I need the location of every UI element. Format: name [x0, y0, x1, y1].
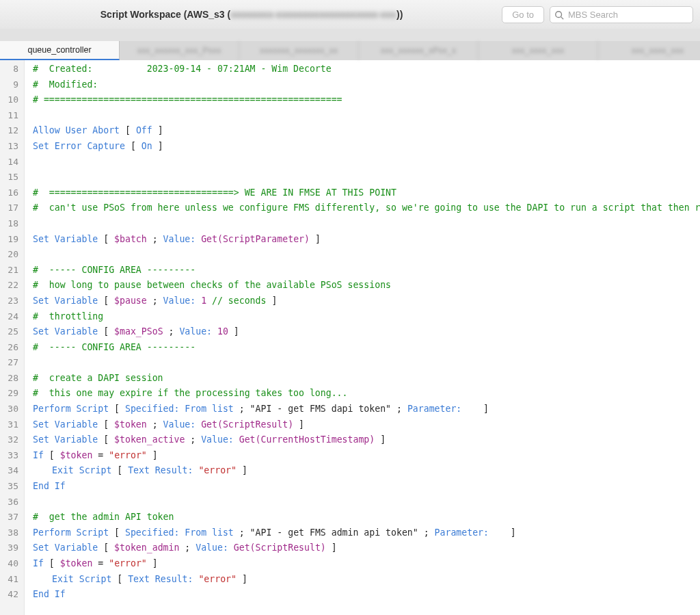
line-number: 35: [0, 479, 24, 495]
code-line[interactable]: # ----- CONFIG AREA ---------: [33, 263, 700, 278]
line-number: 21: [0, 263, 24, 278]
line-number: 31: [0, 417, 24, 433]
toolbar: Script Workspace (AWS_s3 (xxxxxxxx-xxxxx…: [0, 0, 700, 29]
line-number: 28: [0, 371, 24, 387]
code-line[interactable]: Set Variable [ $batch ; Value: Get(Scrip…: [33, 232, 700, 248]
code-line[interactable]: Set Variable [ $token ; Value: Get(Scrip…: [33, 417, 700, 433]
code-line[interactable]: Perform Script [ Specified: From list ; …: [33, 525, 700, 541]
code-line[interactable]: End If: [33, 587, 700, 603]
line-number: 15: [0, 170, 24, 185]
line-number: 36: [0, 495, 24, 510]
line-number: 18: [0, 216, 24, 232]
code-line[interactable]: # get the admin API token: [33, 510, 700, 525]
line-number: 22: [0, 278, 24, 293]
line-number: 10: [0, 92, 24, 108]
code-line[interactable]: Perform Script [ Specified: From list ; …: [33, 402, 700, 417]
code-line[interactable]: Set Variable [ $token_admin ; Value: Get…: [33, 540, 700, 556]
line-number: 27: [0, 355, 24, 371]
line-number: 11: [0, 108, 24, 124]
code-line[interactable]: # Modified:: [33, 77, 700, 93]
line-number: 12: [0, 123, 24, 139]
code-line[interactable]: [33, 247, 700, 263]
line-number: 37: [0, 510, 24, 525]
tab-inactive[interactable]: xxx_xxxx_xxx: [598, 41, 700, 60]
tab-inactive[interactable]: xxx_xxxxxx_xPxx_x: [359, 41, 479, 60]
code-line[interactable]: Allow User Abort [ Off ]: [33, 123, 700, 139]
code-line[interactable]: [33, 495, 700, 510]
line-number: 32: [0, 432, 24, 448]
code-line[interactable]: If [ $token = "error" ]: [33, 556, 700, 572]
line-number: 13: [0, 139, 24, 155]
code-line[interactable]: # ----- CONFIG AREA ---------: [33, 340, 700, 356]
code-line[interactable]: [33, 355, 700, 371]
tab-inactive[interactable]: xxx_xxxxxx_xxx_Pxxx: [120, 41, 239, 60]
line-number: 33: [0, 448, 24, 464]
svg-point-0: [556, 11, 562, 17]
line-number: 30: [0, 402, 24, 417]
line-number: 40: [0, 556, 24, 572]
line-number: 42: [0, 587, 24, 603]
line-number: 34: [0, 463, 24, 479]
tab-active[interactable]: queue_controller: [0, 41, 120, 60]
line-number: 23: [0, 293, 24, 309]
code-line[interactable]: [33, 108, 700, 124]
search-input[interactable]: [550, 6, 693, 23]
svg-line-1: [561, 16, 564, 19]
code-line[interactable]: Set Variable [ $max_PSoS ; Value: 10 ]: [33, 324, 700, 340]
line-number: 26: [0, 340, 24, 356]
line-number: 41: [0, 572, 24, 588]
window-title: Script Workspace (AWS_s3 (xxxxxxxx-xxxxx…: [7, 9, 496, 20]
code-line[interactable]: # ======================================…: [33, 92, 700, 108]
line-number: 9: [0, 77, 24, 93]
code-line[interactable]: Exit Script [ Text Result: "error" ]: [33, 572, 700, 588]
toolbar-gap: [0, 29, 700, 41]
line-number: 17: [0, 200, 24, 216]
line-number: 8: [0, 62, 24, 77]
line-number: 39: [0, 540, 24, 556]
code-line[interactable]: # ==================================> WE…: [33, 185, 700, 201]
tab-inactive[interactable]: xxxxxxx_xxxxxxx_xx: [239, 41, 359, 60]
line-number: 19: [0, 232, 24, 248]
line-gutter: 8910111213141516171819202122232425262728…: [0, 60, 25, 615]
line-number: 14: [0, 155, 24, 170]
code-line[interactable]: [33, 170, 700, 185]
search-icon: [554, 10, 564, 20]
code-line[interactable]: [33, 155, 700, 170]
tab-bar: queue_controllerxxx_xxxxxx_xxx_Pxxxxxxxx…: [0, 41, 700, 60]
code-line[interactable]: # throttling: [33, 309, 700, 325]
code-line[interactable]: Set Variable [ $pause ; Value: 1 // seco…: [33, 293, 700, 309]
code-lines[interactable]: # Created: 2023-09-14 - 07:21AM - Wim De…: [25, 60, 700, 615]
code-line[interactable]: # how long to pause between checks of th…: [33, 278, 700, 293]
code-line[interactable]: If [ $token = "error" ]: [33, 448, 700, 464]
line-number: 20: [0, 247, 24, 263]
line-number: 24: [0, 309, 24, 325]
title-prefix: Script Workspace (AWS_s3 (: [100, 9, 230, 20]
line-number: 16: [0, 185, 24, 201]
code-line[interactable]: # Created: 2023-09-14 - 07:21AM - Wim De…: [33, 62, 700, 77]
title-suffix: )): [396, 9, 403, 20]
code-line[interactable]: Exit Script [ Text Result: "error" ]: [33, 463, 700, 479]
code-line[interactable]: [33, 216, 700, 232]
line-number: 25: [0, 324, 24, 340]
code-editor[interactable]: 8910111213141516171819202122232425262728…: [0, 60, 700, 615]
tab-inactive[interactable]: xxx_xxxx_xxx: [479, 41, 598, 60]
title-redacted: xxxxxxxx-xxxxxxxxxxxxxxxxxxx-xxx: [230, 9, 396, 20]
search-wrap: [550, 6, 693, 23]
code-line[interactable]: # this one may expire if the processing …: [33, 386, 700, 402]
code-line[interactable]: # can't use PSoS from here unless we con…: [33, 200, 700, 216]
line-number: 38: [0, 525, 24, 541]
line-number: 29: [0, 386, 24, 402]
code-line[interactable]: End If: [33, 479, 700, 495]
goto-button[interactable]: Go to: [502, 6, 544, 23]
code-line[interactable]: Set Error Capture [ On ]: [33, 139, 700, 155]
code-line[interactable]: # create a DAPI session: [33, 371, 700, 387]
code-line[interactable]: Set Variable [ $token_active ; Value: Ge…: [33, 432, 700, 448]
